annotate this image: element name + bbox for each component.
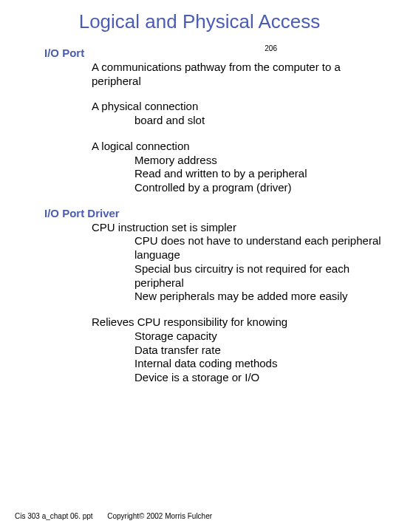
footer-filename: Cis 303 a_chapt 06. ppt — [15, 512, 93, 520]
paragraph: A physical connection — [44, 100, 384, 114]
list-item: Internal data coding methods — [44, 357, 384, 371]
footer-copyright: Copyright© 2002 Morris Fulcher — [107, 512, 212, 520]
list-item: CPU does not have to understand each per… — [44, 234, 384, 262]
list-item: Special bus circuitry is not required fo… — [44, 262, 384, 290]
paragraph: A communications pathway from the comput… — [44, 61, 384, 89]
paragraph: Relieves CPU responsibility for knowing — [44, 316, 384, 330]
slide-content: I/O Port A communications pathway from t… — [0, 33, 399, 385]
list-item: Device is a storage or I/O — [44, 371, 384, 385]
list-item: Data transfer rate — [44, 344, 384, 358]
list-item: Read and written to by a peripheral — [44, 167, 384, 181]
list-item: Storage capacity — [44, 330, 384, 344]
section-heading-io-port-driver: I/O Port Driver — [44, 207, 384, 221]
list-item: board and slot — [44, 114, 384, 128]
paragraph: CPU instruction set is simpler — [44, 221, 384, 235]
paragraph: A logical connection — [44, 140, 384, 154]
list-item: Controlled by a program (driver) — [44, 181, 384, 195]
page-number: 206 — [265, 44, 277, 52]
list-item: New peripherals may be added more easily — [44, 290, 384, 304]
slide-title: Logical and Physical Access — [0, 0, 399, 33]
list-item: Memory address — [44, 154, 384, 168]
footer: Cis 303 a_chapt 06. ppt Copyright© 2002 … — [15, 512, 212, 520]
section-heading-io-port: I/O Port — [44, 47, 384, 61]
